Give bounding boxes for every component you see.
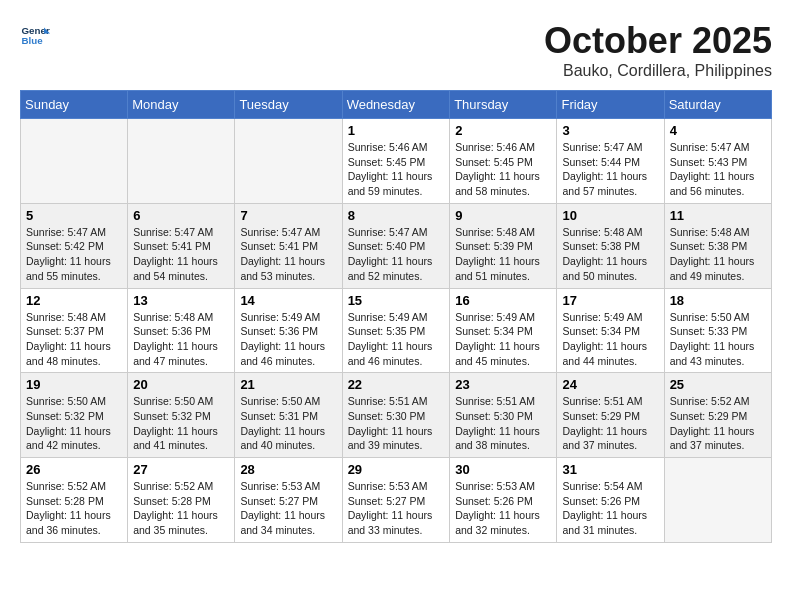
day-info: Sunrise: 5:50 AM Sunset: 5:31 PM Dayligh… — [240, 394, 336, 453]
calendar-cell: 7Sunrise: 5:47 AM Sunset: 5:41 PM Daylig… — [235, 203, 342, 288]
calendar-week-3: 12Sunrise: 5:48 AM Sunset: 5:37 PM Dayli… — [21, 288, 772, 373]
day-info: Sunrise: 5:48 AM Sunset: 5:37 PM Dayligh… — [26, 310, 122, 369]
page-header: General Blue October 2025 Bauko, Cordill… — [20, 20, 772, 80]
calendar-cell: 24Sunrise: 5:51 AM Sunset: 5:29 PM Dayli… — [557, 373, 664, 458]
calendar-cell: 11Sunrise: 5:48 AM Sunset: 5:38 PM Dayli… — [664, 203, 771, 288]
calendar-table: SundayMondayTuesdayWednesdayThursdayFrid… — [20, 90, 772, 543]
day-info: Sunrise: 5:47 AM Sunset: 5:41 PM Dayligh… — [240, 225, 336, 284]
day-number: 16 — [455, 293, 551, 308]
calendar-cell: 4Sunrise: 5:47 AM Sunset: 5:43 PM Daylig… — [664, 119, 771, 204]
day-info: Sunrise: 5:47 AM Sunset: 5:42 PM Dayligh… — [26, 225, 122, 284]
calendar-week-2: 5Sunrise: 5:47 AM Sunset: 5:42 PM Daylig… — [21, 203, 772, 288]
calendar-week-4: 19Sunrise: 5:50 AM Sunset: 5:32 PM Dayli… — [21, 373, 772, 458]
day-number: 17 — [562, 293, 658, 308]
weekday-header-saturday: Saturday — [664, 91, 771, 119]
title-block: October 2025 Bauko, Cordillera, Philippi… — [544, 20, 772, 80]
day-info: Sunrise: 5:49 AM Sunset: 5:36 PM Dayligh… — [240, 310, 336, 369]
location: Bauko, Cordillera, Philippines — [544, 62, 772, 80]
day-info: Sunrise: 5:48 AM Sunset: 5:38 PM Dayligh… — [562, 225, 658, 284]
calendar-cell — [128, 119, 235, 204]
calendar-cell: 14Sunrise: 5:49 AM Sunset: 5:36 PM Dayli… — [235, 288, 342, 373]
calendar-week-5: 26Sunrise: 5:52 AM Sunset: 5:28 PM Dayli… — [21, 458, 772, 543]
calendar-cell: 6Sunrise: 5:47 AM Sunset: 5:41 PM Daylig… — [128, 203, 235, 288]
weekday-header-row: SundayMondayTuesdayWednesdayThursdayFrid… — [21, 91, 772, 119]
day-number: 12 — [26, 293, 122, 308]
day-number: 1 — [348, 123, 445, 138]
day-number: 28 — [240, 462, 336, 477]
day-number: 10 — [562, 208, 658, 223]
weekday-header-tuesday: Tuesday — [235, 91, 342, 119]
calendar-cell: 30Sunrise: 5:53 AM Sunset: 5:26 PM Dayli… — [450, 458, 557, 543]
day-number: 24 — [562, 377, 658, 392]
calendar-cell — [21, 119, 128, 204]
month-title: October 2025 — [544, 20, 772, 62]
calendar-cell: 8Sunrise: 5:47 AM Sunset: 5:40 PM Daylig… — [342, 203, 450, 288]
calendar-cell: 18Sunrise: 5:50 AM Sunset: 5:33 PM Dayli… — [664, 288, 771, 373]
day-info: Sunrise: 5:50 AM Sunset: 5:32 PM Dayligh… — [133, 394, 229, 453]
calendar-cell: 19Sunrise: 5:50 AM Sunset: 5:32 PM Dayli… — [21, 373, 128, 458]
day-info: Sunrise: 5:46 AM Sunset: 5:45 PM Dayligh… — [348, 140, 445, 199]
weekday-header-sunday: Sunday — [21, 91, 128, 119]
day-number: 31 — [562, 462, 658, 477]
logo-icon: General Blue — [20, 20, 50, 50]
calendar-cell: 28Sunrise: 5:53 AM Sunset: 5:27 PM Dayli… — [235, 458, 342, 543]
calendar-cell: 2Sunrise: 5:46 AM Sunset: 5:45 PM Daylig… — [450, 119, 557, 204]
calendar-cell: 23Sunrise: 5:51 AM Sunset: 5:30 PM Dayli… — [450, 373, 557, 458]
day-number: 9 — [455, 208, 551, 223]
day-number: 29 — [348, 462, 445, 477]
calendar-cell: 15Sunrise: 5:49 AM Sunset: 5:35 PM Dayli… — [342, 288, 450, 373]
day-number: 20 — [133, 377, 229, 392]
calendar-cell: 3Sunrise: 5:47 AM Sunset: 5:44 PM Daylig… — [557, 119, 664, 204]
day-info: Sunrise: 5:52 AM Sunset: 5:28 PM Dayligh… — [26, 479, 122, 538]
calendar-cell — [235, 119, 342, 204]
svg-text:Blue: Blue — [22, 35, 44, 46]
day-info: Sunrise: 5:51 AM Sunset: 5:29 PM Dayligh… — [562, 394, 658, 453]
day-number: 23 — [455, 377, 551, 392]
calendar-cell: 16Sunrise: 5:49 AM Sunset: 5:34 PM Dayli… — [450, 288, 557, 373]
day-info: Sunrise: 5:47 AM Sunset: 5:43 PM Dayligh… — [670, 140, 766, 199]
day-info: Sunrise: 5:48 AM Sunset: 5:36 PM Dayligh… — [133, 310, 229, 369]
day-info: Sunrise: 5:53 AM Sunset: 5:27 PM Dayligh… — [348, 479, 445, 538]
day-info: Sunrise: 5:46 AM Sunset: 5:45 PM Dayligh… — [455, 140, 551, 199]
day-number: 18 — [670, 293, 766, 308]
calendar-cell: 25Sunrise: 5:52 AM Sunset: 5:29 PM Dayli… — [664, 373, 771, 458]
day-number: 14 — [240, 293, 336, 308]
day-info: Sunrise: 5:49 AM Sunset: 5:35 PM Dayligh… — [348, 310, 445, 369]
day-info: Sunrise: 5:49 AM Sunset: 5:34 PM Dayligh… — [455, 310, 551, 369]
day-info: Sunrise: 5:53 AM Sunset: 5:26 PM Dayligh… — [455, 479, 551, 538]
day-info: Sunrise: 5:51 AM Sunset: 5:30 PM Dayligh… — [348, 394, 445, 453]
day-info: Sunrise: 5:54 AM Sunset: 5:26 PM Dayligh… — [562, 479, 658, 538]
calendar-cell: 31Sunrise: 5:54 AM Sunset: 5:26 PM Dayli… — [557, 458, 664, 543]
day-info: Sunrise: 5:50 AM Sunset: 5:32 PM Dayligh… — [26, 394, 122, 453]
day-number: 15 — [348, 293, 445, 308]
calendar-cell: 13Sunrise: 5:48 AM Sunset: 5:36 PM Dayli… — [128, 288, 235, 373]
day-info: Sunrise: 5:48 AM Sunset: 5:38 PM Dayligh… — [670, 225, 766, 284]
day-number: 3 — [562, 123, 658, 138]
day-number: 8 — [348, 208, 445, 223]
day-number: 11 — [670, 208, 766, 223]
day-number: 27 — [133, 462, 229, 477]
calendar-cell: 12Sunrise: 5:48 AM Sunset: 5:37 PM Dayli… — [21, 288, 128, 373]
day-number: 7 — [240, 208, 336, 223]
calendar-cell: 29Sunrise: 5:53 AM Sunset: 5:27 PM Dayli… — [342, 458, 450, 543]
calendar-cell: 20Sunrise: 5:50 AM Sunset: 5:32 PM Dayli… — [128, 373, 235, 458]
day-number: 5 — [26, 208, 122, 223]
day-info: Sunrise: 5:52 AM Sunset: 5:29 PM Dayligh… — [670, 394, 766, 453]
calendar-cell: 5Sunrise: 5:47 AM Sunset: 5:42 PM Daylig… — [21, 203, 128, 288]
weekday-header-thursday: Thursday — [450, 91, 557, 119]
day-info: Sunrise: 5:52 AM Sunset: 5:28 PM Dayligh… — [133, 479, 229, 538]
weekday-header-friday: Friday — [557, 91, 664, 119]
day-info: Sunrise: 5:53 AM Sunset: 5:27 PM Dayligh… — [240, 479, 336, 538]
logo: General Blue — [20, 20, 50, 50]
day-info: Sunrise: 5:47 AM Sunset: 5:44 PM Dayligh… — [562, 140, 658, 199]
weekday-header-wednesday: Wednesday — [342, 91, 450, 119]
day-number: 2 — [455, 123, 551, 138]
calendar-cell: 9Sunrise: 5:48 AM Sunset: 5:39 PM Daylig… — [450, 203, 557, 288]
day-number: 21 — [240, 377, 336, 392]
day-info: Sunrise: 5:48 AM Sunset: 5:39 PM Dayligh… — [455, 225, 551, 284]
calendar-cell: 10Sunrise: 5:48 AM Sunset: 5:38 PM Dayli… — [557, 203, 664, 288]
day-info: Sunrise: 5:50 AM Sunset: 5:33 PM Dayligh… — [670, 310, 766, 369]
day-number: 4 — [670, 123, 766, 138]
day-number: 25 — [670, 377, 766, 392]
calendar-cell: 22Sunrise: 5:51 AM Sunset: 5:30 PM Dayli… — [342, 373, 450, 458]
